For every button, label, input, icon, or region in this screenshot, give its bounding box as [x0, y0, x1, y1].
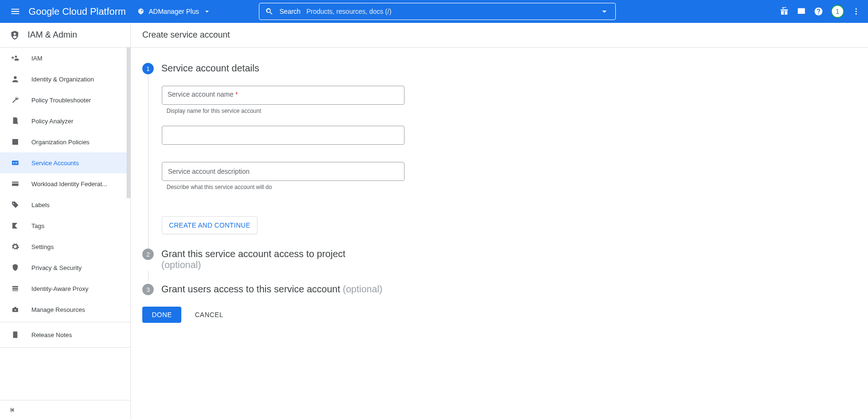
sidebar-item-identity[interactable]: Identity & Organization	[0, 69, 130, 90]
sidebar-collapse-button[interactable]	[0, 400, 130, 419]
step-3-header[interactable]: 3 Grant users access to this service acc…	[142, 284, 557, 295]
shield-small-icon	[11, 263, 20, 272]
search-input[interactable]	[306, 8, 594, 15]
project-selector[interactable]: ADManager Plus	[137, 7, 211, 16]
svg-point-5	[14, 32, 16, 35]
sidebar-item-label: IAM	[31, 55, 42, 62]
sidebar-item-manage-resources[interactable]: Manage Resources	[0, 299, 130, 320]
top-right-icons: 1	[779, 5, 864, 18]
search-icon	[265, 7, 274, 16]
sidebar-scrollbar[interactable]	[127, 48, 130, 198]
cancel-button[interactable]: CANCEL	[195, 311, 223, 319]
page-header: Create service account	[131, 23, 868, 48]
sidebar-item-label: Service Accounts	[31, 160, 79, 167]
step-1-title: Service account details	[161, 63, 259, 74]
card-icon	[11, 180, 20, 188]
search-label: Search	[279, 8, 300, 15]
step-2-header[interactable]: 2 Grant this service account access to p…	[142, 249, 557, 270]
svg-rect-15	[12, 286, 18, 288]
doc-search-icon	[11, 117, 20, 125]
chevron-left-icon	[9, 406, 17, 414]
person-add-icon	[11, 54, 20, 62]
svg-rect-19	[11, 408, 12, 412]
step-1-form: Service account name * Display name for …	[148, 74, 557, 249]
svg-point-3	[856, 11, 857, 12]
sidebar: IAM & Admin IAM Identity & Organization …	[0, 23, 131, 419]
wrench-icon	[11, 96, 20, 104]
sidebar-item-label: Organization Policies	[31, 139, 89, 146]
sidebar-header: IAM & Admin	[0, 23, 130, 48]
sidebar-item-label: Privacy & Security	[31, 264, 81, 271]
gear-icon	[11, 242, 20, 251]
step-1-header: 1 Service account details	[142, 63, 557, 74]
sidebar-item-label: Workload Identity Federat...	[31, 180, 107, 188]
notes-icon	[11, 330, 20, 339]
sidebar-item-service-accounts[interactable]: Service Accounts	[0, 152, 130, 173]
svg-rect-13	[12, 182, 19, 186]
proxy-icon	[11, 284, 20, 293]
tag-icon	[11, 200, 20, 209]
sidebar-item-label: Settings	[31, 243, 54, 250]
svg-point-4	[856, 13, 857, 15]
sidebar-item-label: Labels	[31, 201, 49, 209]
menu-icon	[10, 6, 20, 17]
svg-point-10	[13, 162, 15, 164]
project-name: ADManager Plus	[148, 8, 199, 15]
service-account-id-input[interactable]	[162, 126, 404, 145]
name-hint: Display name for this service account	[167, 108, 557, 114]
svg-rect-18	[15, 309, 16, 310]
step-number-3: 3	[142, 284, 154, 295]
sidebar-item-org-policies[interactable]: Organization Policies	[0, 131, 130, 152]
sidebar-separator	[0, 347, 130, 348]
cloud-shell-icon[interactable]	[797, 7, 806, 16]
sidebar-item-tags[interactable]: Tags	[0, 215, 130, 236]
svg-rect-9	[12, 161, 19, 165]
service-account-icon	[11, 159, 20, 167]
svg-rect-14	[12, 183, 19, 184]
sidebar-item-label: Policy Troubleshooter	[31, 97, 91, 104]
sidebar-item-troubleshooter[interactable]: Policy Troubleshooter	[0, 90, 130, 110]
service-account-description-input[interactable]	[162, 162, 404, 181]
sidebar-item-label: Policy Analyzer	[31, 118, 73, 125]
notification-badge[interactable]: 1	[831, 5, 844, 18]
sidebar-item-settings[interactable]: Settings	[0, 236, 130, 257]
wizard-actions: DONE CANCEL	[142, 307, 557, 323]
done-button[interactable]: DONE	[142, 307, 181, 323]
step-3-title: Grant users access to this service accou…	[161, 284, 383, 295]
page-title: Create service account	[142, 30, 230, 40]
create-and-continue-button[interactable]: CREATE AND CONTINUE	[162, 216, 257, 234]
sidebar-item-label: Identity & Organization	[31, 76, 94, 83]
sidebar-item-iap[interactable]: Identity-Aware Proxy	[0, 278, 130, 299]
sidebar-item-label: Release Notes	[31, 331, 72, 339]
service-account-name-input[interactable]	[162, 86, 404, 105]
briefcase-icon	[11, 305, 20, 314]
svg-point-0	[141, 10, 143, 11]
sidebar-item-workload[interactable]: Workload Identity Federat...	[0, 173, 130, 194]
sidebar-item-analyzer[interactable]: Policy Analyzer	[0, 110, 130, 131]
svg-point-7	[14, 76, 17, 79]
search-bar[interactable]: Search	[259, 3, 616, 20]
sidebar-title: IAM & Admin	[28, 30, 77, 40]
step-2-optional: (optional)	[161, 259, 201, 270]
step-3-optional: (optional)	[343, 284, 382, 294]
sidebar-item-release-notes[interactable]: Release Notes	[0, 324, 130, 345]
svg-rect-11	[15, 162, 18, 163]
more-vert-icon[interactable]	[852, 7, 860, 16]
chevron-down-icon[interactable]	[599, 6, 610, 17]
sidebar-item-privacy[interactable]: Privacy & Security	[0, 257, 130, 278]
sidebar-item-labels[interactable]: Labels	[0, 194, 130, 215]
project-hex-icon	[137, 8, 145, 15]
description-hint: Describe what this service account will …	[167, 184, 557, 190]
step-2-title: Grant this service account access to pro…	[161, 249, 345, 270]
shield-icon	[10, 30, 20, 41]
step-number-1: 1	[142, 63, 154, 74]
svg-rect-12	[15, 163, 17, 164]
gift-icon[interactable]	[779, 7, 789, 16]
hamburger-menu-button[interactable]	[4, 0, 27, 23]
wizard: 1 Service account details Service accoun…	[131, 48, 569, 338]
svg-point-6	[15, 56, 17, 58]
help-icon[interactable]	[814, 7, 823, 16]
bookmark-icon	[11, 221, 20, 230]
sidebar-item-iam[interactable]: IAM	[0, 48, 130, 69]
svg-rect-16	[12, 288, 18, 289]
